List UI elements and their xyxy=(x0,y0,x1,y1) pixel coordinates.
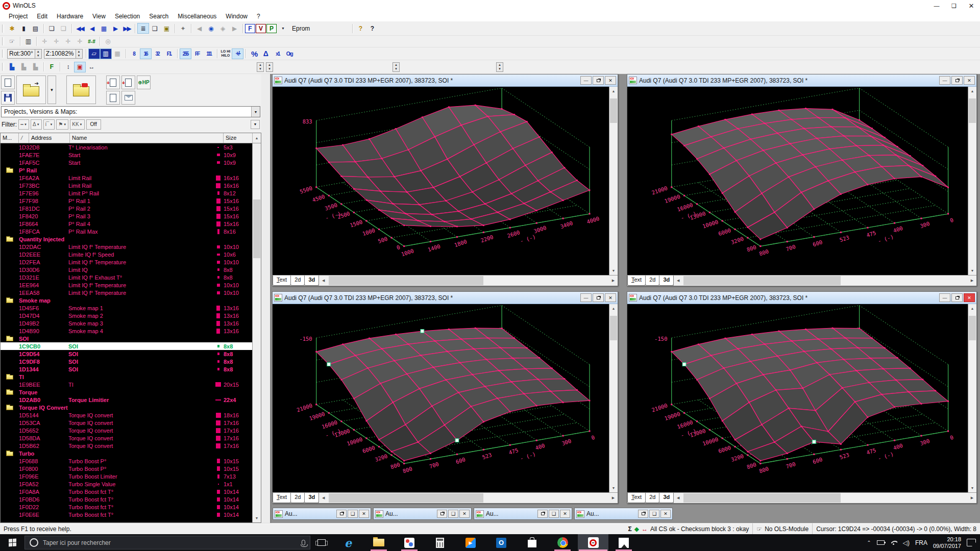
toolbar-grip[interactable] xyxy=(2,37,4,45)
taskbar-paint-icon[interactable] xyxy=(394,534,425,551)
stub-restore-button[interactable] xyxy=(336,510,347,518)
panel-dropdown-button[interactable]: ▼ xyxy=(251,120,260,129)
stub-maximize-button[interactable]: ❑ xyxy=(649,510,659,518)
scrollbar-thumb[interactable] xyxy=(610,98,617,123)
map-row[interactable]: 1D32D8T° Linearisation5x3 xyxy=(1,143,252,151)
scroll-left-icon[interactable]: ◀ xyxy=(319,276,328,286)
minimized-window[interactable]: Au...❑✕ xyxy=(273,508,371,520)
percent-button[interactable]: % xyxy=(248,48,260,59)
hp-module-button[interactable]: ⊕HP xyxy=(137,76,151,89)
folder-row[interactable]: TI xyxy=(1,373,252,381)
import-file-button[interactable] xyxy=(106,76,120,89)
map-row[interactable]: 1F73BCLimit Rail16x16 xyxy=(1,182,252,189)
search-up-icon[interactable]: ◈ xyxy=(217,23,229,34)
toolbar-grip[interactable] xyxy=(2,24,4,33)
tab-text[interactable]: Text xyxy=(273,493,291,503)
magnifier-icon[interactable]: ◎ xyxy=(102,36,114,47)
column-header-size[interactable]: Size xyxy=(224,133,252,143)
axis-x-stepper[interactable]: ▲▼ xyxy=(257,62,264,72)
offset-stepper[interactable]: ▲▼ xyxy=(496,62,503,72)
mdi-minimize-button[interactable]: — xyxy=(939,76,950,85)
scroll-up-icon[interactable]: ▲ xyxy=(609,304,618,313)
rotation-spin-buttons[interactable]: ▲▼ xyxy=(35,49,42,59)
help-bulb-icon[interactable]: ? xyxy=(355,23,366,34)
mdi-minimize-button[interactable]: — xyxy=(580,293,592,302)
table-scroll-down-icon[interactable]: ▼ xyxy=(253,514,261,522)
scrollbar-thumb[interactable] xyxy=(683,276,840,285)
axis-y-stepper[interactable]: ▲▼ xyxy=(266,62,273,72)
taskbar-photos-icon[interactable] xyxy=(608,534,639,551)
open-project-button[interactable] xyxy=(16,76,46,104)
minimized-window[interactable]: Au...❑✕ xyxy=(474,508,572,520)
chart-vertical-scrollbar[interactable]: ▲▼ xyxy=(968,304,976,492)
soi-3d-surface-chart[interactable]: 2100019000160001300010000600032008008007… xyxy=(627,304,968,492)
hand-edit-icon[interactable]: ☞ xyxy=(6,36,18,47)
filter-off-button[interactable]: Off xyxy=(86,119,101,130)
mark-maps-icon[interactable]: ✦ xyxy=(177,23,189,34)
map-row[interactable]: 1F0A8ATurbo Boost fct T°10x14 xyxy=(1,488,252,495)
filter-versions-button[interactable]: V xyxy=(256,24,266,33)
menu-item-help[interactable]: ? xyxy=(252,12,265,21)
taskbar-calculator-icon[interactable] xyxy=(425,534,455,551)
delta-button[interactable]: Δ xyxy=(260,48,272,59)
menu-item-selection[interactable]: Selection xyxy=(110,12,144,21)
view-3d-icon[interactable]: ▥ xyxy=(100,48,112,59)
row-height-icon[interactable]: ↕ xyxy=(62,62,74,72)
menu-item-hardware[interactable]: Hardware xyxy=(52,12,88,21)
eprom-combo[interactable]: Eprom xyxy=(289,25,350,32)
copy-window-icon[interactable]: ❏ xyxy=(46,23,58,34)
pot-left-icon[interactable]: ✛ xyxy=(51,36,62,47)
zoom-stepper[interactable]: Z:10082% ▲▼ xyxy=(44,49,83,59)
value-stepper[interactable]: ▲▼ xyxy=(393,62,400,72)
width-32bit-button[interactable]: 32 xyxy=(152,48,163,59)
scroll-up-icon[interactable]: ▲ xyxy=(609,87,618,95)
selected-map-row[interactable]: 1C9CB0SOI8x8 xyxy=(1,342,252,350)
minimized-window[interactable]: Au...❑✕ xyxy=(373,508,472,520)
nav-last-icon[interactable]: ▶▶ xyxy=(121,23,133,34)
mdi-window-titlebar[interactable]: Audi Q7 (Audi Q7 3.0 TDI 233 MP+EGR 2007… xyxy=(627,292,976,304)
split-window-icon[interactable]: ❏ xyxy=(58,23,69,34)
chart-vertical-scrollbar[interactable]: ▲▼ xyxy=(609,304,618,492)
chart-wizard-icon[interactable]: ▙ xyxy=(6,62,18,72)
map-f-icon[interactable]: F xyxy=(46,62,58,72)
filter-kk-button[interactable]: KK▼ xyxy=(70,119,84,130)
open-hexdump-icon[interactable]: ▮ xyxy=(18,23,30,34)
menu-item-view[interactable]: View xyxy=(88,12,110,21)
map-row[interactable]: 1D2FEALimit IQ f° Temperature10x10 xyxy=(1,258,252,266)
map-row[interactable]: 1F0E6ETurbo Boost fct T°10x14 xyxy=(1,511,252,518)
language-indicator[interactable]: FRA xyxy=(915,539,927,546)
map-row[interactable]: 1F0800Turbo Boost P°10x15 xyxy=(1,465,252,472)
menu-item-edit[interactable]: Edit xyxy=(32,12,52,21)
sign-toggle-button[interactable]: +/- xyxy=(232,48,243,59)
map-row[interactable]: 1F7E96Limit P° Rail8x12 xyxy=(1,189,252,197)
mdi-close-button[interactable]: ✕ xyxy=(605,76,616,85)
filter-delta-button[interactable]: Δ▼ xyxy=(31,119,42,130)
map-row[interactable]: 1EE964Limit IQ f° Temperature10x10 xyxy=(1,281,252,289)
scrollbar-thumb[interactable] xyxy=(683,493,840,503)
mdi-close-button[interactable]: ✕ xyxy=(605,293,616,302)
map-row[interactable]: 1E9BEETI20x15 xyxy=(1,381,252,388)
column-header-m[interactable]: M... xyxy=(1,133,19,143)
export-file-button[interactable] xyxy=(106,91,120,105)
chart-horizontal-scrollbar[interactable]: ◀▶ xyxy=(673,276,976,286)
scroll-right-icon[interactable]: ▶ xyxy=(968,493,976,503)
pot-delete-icon[interactable]: ✛ xyxy=(62,36,74,47)
scroll-down-icon[interactable]: ▼ xyxy=(609,266,618,275)
map-row[interactable]: 1F7F98P° Rail 115x16 xyxy=(1,197,252,205)
original-button[interactable]: Org xyxy=(283,48,295,59)
chart-vertical-scrollbar[interactable]: ▲▼ xyxy=(968,87,976,275)
map-row[interactable]: 1F0BD6Turbo Boost fct T°10x14 xyxy=(1,495,252,503)
scroll-down-icon[interactable]: ▼ xyxy=(968,266,976,275)
mdi-restore-button[interactable] xyxy=(951,293,963,302)
format-hex-button[interactable]: FF xyxy=(191,48,203,59)
map-row[interactable]: 1D1344SOI8x8 xyxy=(1,365,252,373)
view-2d-icon[interactable]: ▱ xyxy=(88,48,100,59)
table-scroll-up-icon[interactable]: ▲ xyxy=(252,133,261,143)
taskbar-explorer-icon[interactable] xyxy=(363,534,394,551)
menu-item-miscellaneous[interactable]: Miscellaneous xyxy=(173,12,221,21)
table-vertical-scrollbar[interactable]: ▼ xyxy=(252,143,261,522)
zoom-spin-buttons[interactable]: ▲▼ xyxy=(76,49,83,59)
scrollbar-thumb[interactable] xyxy=(253,199,260,258)
folder-row[interactable]: P° Rail xyxy=(1,166,252,174)
tab-2d[interactable]: 2d xyxy=(645,493,659,503)
